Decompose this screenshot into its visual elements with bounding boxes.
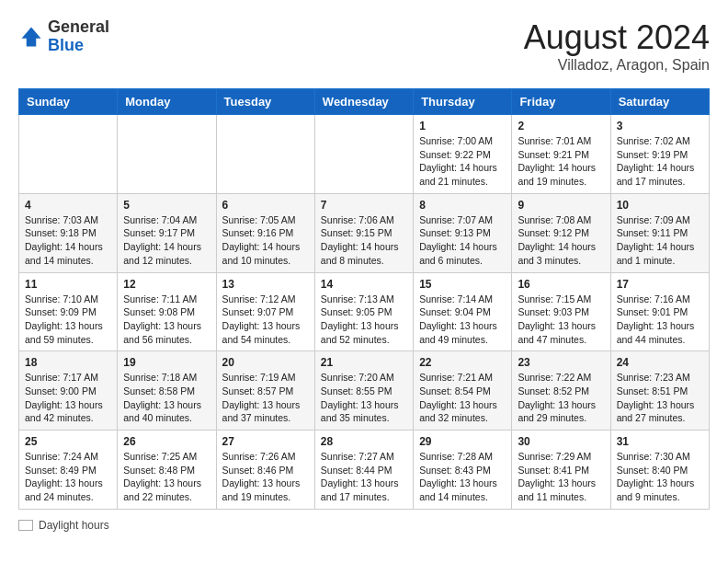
day-info: Sunrise: 7:24 AM Sunset: 8:49 PM Dayligh…: [25, 450, 111, 504]
day-info: Sunrise: 7:18 AM Sunset: 8:58 PM Dayligh…: [123, 371, 210, 425]
calendar-day-cell: 5Sunrise: 7:04 AM Sunset: 9:17 PM Daylig…: [118, 193, 216, 272]
calendar-day-header: Sunday: [19, 89, 118, 115]
calendar-day-header: Monday: [118, 89, 216, 115]
calendar-day-cell: 21Sunrise: 7:20 AM Sunset: 8:55 PM Dayli…: [314, 351, 413, 431]
calendar-day-cell: 3Sunrise: 7:02 AM Sunset: 9:19 PM Daylig…: [610, 115, 709, 194]
calendar-day-cell: 8Sunrise: 7:07 AM Sunset: 9:13 PM Daylig…: [414, 193, 512, 272]
day-info: Sunrise: 7:26 AM Sunset: 8:46 PM Dayligh…: [222, 450, 309, 504]
calendar-day-cell: 30Sunrise: 7:29 AM Sunset: 8:41 PM Dayli…: [512, 431, 610, 510]
day-number: 7: [321, 199, 407, 212]
day-info: Sunrise: 7:17 AM Sunset: 9:00 PM Dayligh…: [25, 371, 111, 425]
logo-general-text: General: [48, 17, 109, 36]
day-number: 8: [419, 199, 506, 212]
day-number: 22: [419, 356, 506, 369]
calendar-day-cell: 9Sunrise: 7:08 AM Sunset: 9:12 PM Daylig…: [512, 193, 610, 272]
calendar-day-cell: 24Sunrise: 7:23 AM Sunset: 8:51 PM Dayli…: [610, 351, 709, 431]
calendar-day-cell: 31Sunrise: 7:30 AM Sunset: 8:40 PM Dayli…: [610, 431, 709, 510]
calendar-day-cell: 17Sunrise: 7:16 AM Sunset: 9:01 PM Dayli…: [610, 272, 709, 351]
logo-blue-text: Blue: [48, 36, 84, 54]
calendar-day-cell: 22Sunrise: 7:21 AM Sunset: 8:54 PM Dayli…: [414, 351, 512, 431]
calendar-day-cell: 16Sunrise: 7:15 AM Sunset: 9:03 PM Dayli…: [512, 272, 610, 351]
calendar-day-header: Thursday: [414, 89, 512, 115]
calendar-week-row: 25Sunrise: 7:24 AM Sunset: 8:49 PM Dayli…: [19, 431, 710, 510]
calendar-week-row: 18Sunrise: 7:17 AM Sunset: 9:00 PM Dayli…: [19, 351, 710, 431]
day-info: Sunrise: 7:07 AM Sunset: 9:13 PM Dayligh…: [419, 213, 506, 268]
logo-icon: [18, 24, 44, 50]
calendar-day-cell: 13Sunrise: 7:12 AM Sunset: 9:07 PM Dayli…: [216, 272, 314, 351]
legend-color-box: [18, 520, 33, 531]
calendar-day-cell: 18Sunrise: 7:17 AM Sunset: 9:00 PM Dayli…: [19, 351, 118, 431]
day-number: 3: [617, 120, 703, 132]
day-number: 5: [123, 199, 210, 212]
day-number: 30: [518, 435, 604, 448]
day-number: 14: [321, 278, 407, 291]
day-info: Sunrise: 7:16 AM Sunset: 9:01 PM Dayligh…: [617, 293, 703, 347]
day-number: 20: [222, 356, 309, 369]
day-info: Sunrise: 7:13 AM Sunset: 9:05 PM Dayligh…: [321, 293, 407, 347]
day-number: 27: [222, 435, 309, 448]
location-subtitle: Villadoz, Aragon, Spain: [524, 57, 710, 74]
day-info: Sunrise: 7:19 AM Sunset: 8:57 PM Dayligh…: [222, 371, 309, 425]
day-number: 17: [617, 278, 703, 291]
day-number: 21: [321, 356, 407, 369]
calendar-day-cell: 28Sunrise: 7:27 AM Sunset: 8:44 PM Dayli…: [314, 431, 413, 510]
day-number: 16: [518, 278, 604, 291]
day-info: Sunrise: 7:21 AM Sunset: 8:54 PM Dayligh…: [419, 371, 506, 425]
day-info: Sunrise: 7:09 AM Sunset: 9:11 PM Dayligh…: [617, 213, 703, 268]
legend-label: Daylight hours: [39, 519, 109, 532]
day-info: Sunrise: 7:06 AM Sunset: 9:15 PM Dayligh…: [321, 213, 407, 268]
calendar-day-cell: 23Sunrise: 7:22 AM Sunset: 8:52 PM Dayli…: [512, 351, 610, 431]
calendar-day-cell: 10Sunrise: 7:09 AM Sunset: 9:11 PM Dayli…: [610, 193, 709, 272]
day-number: 19: [123, 356, 210, 369]
calendar-day-cell: 25Sunrise: 7:24 AM Sunset: 8:49 PM Dayli…: [19, 431, 118, 510]
day-number: 2: [518, 120, 604, 132]
day-info: Sunrise: 7:03 AM Sunset: 9:18 PM Dayligh…: [25, 213, 111, 268]
day-number: 25: [25, 435, 111, 448]
day-info: Sunrise: 7:08 AM Sunset: 9:12 PM Dayligh…: [518, 213, 604, 268]
calendar-day-header: Saturday: [610, 89, 709, 115]
day-number: 12: [123, 278, 210, 291]
day-number: 23: [518, 356, 604, 369]
calendar-day-cell: 20Sunrise: 7:19 AM Sunset: 8:57 PM Dayli…: [216, 351, 314, 431]
day-info: Sunrise: 7:15 AM Sunset: 9:03 PM Dayligh…: [518, 293, 604, 347]
calendar-day-cell: 19Sunrise: 7:18 AM Sunset: 8:58 PM Dayli…: [118, 351, 216, 431]
day-info: Sunrise: 7:10 AM Sunset: 9:09 PM Dayligh…: [25, 293, 111, 347]
calendar-day-cell: 27Sunrise: 7:26 AM Sunset: 8:46 PM Dayli…: [216, 431, 314, 510]
day-number: 13: [222, 278, 309, 291]
day-info: Sunrise: 7:12 AM Sunset: 9:07 PM Dayligh…: [222, 293, 309, 347]
calendar-day-cell: [314, 115, 413, 194]
logo: General Blue: [18, 18, 109, 55]
day-number: 31: [617, 435, 703, 448]
day-number: 15: [419, 278, 506, 291]
calendar-day-cell: [216, 115, 314, 194]
calendar-day-cell: 29Sunrise: 7:28 AM Sunset: 8:43 PM Dayli…: [414, 431, 512, 510]
day-info: Sunrise: 7:27 AM Sunset: 8:44 PM Dayligh…: [321, 450, 407, 504]
calendar-day-cell: [19, 115, 118, 194]
calendar-day-cell: 7Sunrise: 7:06 AM Sunset: 9:15 PM Daylig…: [314, 193, 413, 272]
calendar-header-row: SundayMondayTuesdayWednesdayThursdayFrid…: [19, 89, 710, 115]
calendar-day-cell: 26Sunrise: 7:25 AM Sunset: 8:48 PM Dayli…: [118, 431, 216, 510]
calendar-day-header: Tuesday: [216, 89, 314, 115]
calendar-day-cell: 11Sunrise: 7:10 AM Sunset: 9:09 PM Dayli…: [19, 272, 118, 351]
calendar-day-header: Wednesday: [314, 89, 413, 115]
calendar-day-cell: 6Sunrise: 7:05 AM Sunset: 9:16 PM Daylig…: [216, 193, 314, 272]
day-info: Sunrise: 7:00 AM Sunset: 9:22 PM Dayligh…: [419, 134, 506, 189]
calendar-day-cell: 1Sunrise: 7:00 AM Sunset: 9:22 PM Daylig…: [414, 115, 512, 194]
day-number: 28: [321, 435, 407, 448]
day-number: 11: [25, 278, 111, 291]
day-number: 26: [123, 435, 210, 448]
calendar-day-cell: 12Sunrise: 7:11 AM Sunset: 9:08 PM Dayli…: [118, 272, 216, 351]
day-number: 4: [25, 199, 111, 212]
day-info: Sunrise: 7:30 AM Sunset: 8:40 PM Dayligh…: [617, 450, 703, 504]
calendar-table: SundayMondayTuesdayWednesdayThursdayFrid…: [18, 88, 710, 510]
legend: Daylight hours: [18, 519, 710, 532]
day-info: Sunrise: 7:14 AM Sunset: 9:04 PM Dayligh…: [419, 293, 506, 347]
day-info: Sunrise: 7:01 AM Sunset: 9:21 PM Dayligh…: [518, 134, 604, 189]
calendar-day-cell: 4Sunrise: 7:03 AM Sunset: 9:18 PM Daylig…: [19, 193, 118, 272]
day-info: Sunrise: 7:28 AM Sunset: 8:43 PM Dayligh…: [419, 450, 506, 504]
day-info: Sunrise: 7:22 AM Sunset: 8:52 PM Dayligh…: [518, 371, 604, 425]
page-header: General Blue August 2024 Villadoz, Arago…: [18, 18, 710, 74]
calendar-day-cell: 2Sunrise: 7:01 AM Sunset: 9:21 PM Daylig…: [512, 115, 610, 194]
calendar-body: 1Sunrise: 7:00 AM Sunset: 9:22 PM Daylig…: [19, 115, 710, 510]
month-year-title: August 2024: [524, 18, 710, 57]
